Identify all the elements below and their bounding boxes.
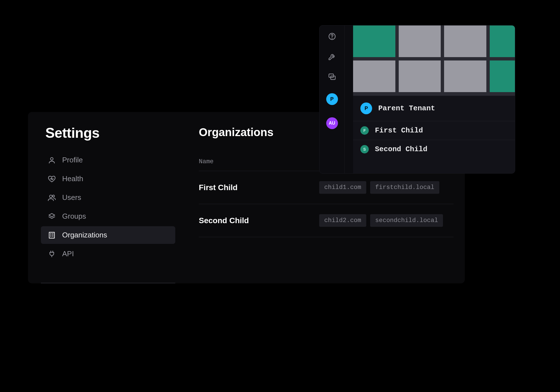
grid-cell (490, 60, 515, 92)
sidebar-item-label: Health (62, 174, 83, 183)
svg-point-1 (50, 195, 52, 197)
chat-icon[interactable] (327, 71, 337, 82)
building-icon (48, 231, 56, 239)
tenant-switcher-panel: P AU P Parent Tenant F First Child S Sec… (319, 25, 515, 174)
page-title: Settings (45, 125, 99, 141)
svg-point-2 (52, 195, 54, 197)
tenant-badge: S (360, 145, 369, 153)
domain-chip[interactable]: firstchild.local (370, 181, 439, 194)
tenant-item-second-child[interactable]: S Second Child (353, 140, 515, 158)
org-name: First Child (199, 183, 319, 192)
grid-cell (353, 60, 395, 92)
grid-cell (490, 25, 515, 57)
sidebar-item-users[interactable]: Users (41, 189, 175, 206)
tenant-label: Parent Tenant (378, 104, 435, 113)
dashboard-grid-preview (353, 25, 515, 95)
svg-point-5 (332, 38, 332, 38)
settings-nav: Profile Health Users Groups Organization (41, 151, 175, 263)
tenant-label: Second Child (375, 145, 427, 153)
tenant-menu: P Parent Tenant F First Child S Second C… (353, 95, 515, 173)
tenant-rail-badge[interactable]: P (326, 93, 338, 105)
grid-cell (444, 25, 486, 57)
grid-cell (353, 25, 395, 57)
sidebar-item-label: API (62, 249, 74, 258)
table-row[interactable]: Second Child child2.com secondchild.loca… (199, 204, 454, 237)
column-header-name: Name (199, 158, 319, 165)
sidebar-item-health[interactable]: Health (41, 170, 175, 188)
user-icon (48, 156, 56, 164)
tenant-badge: P (360, 102, 372, 114)
sidebar-item-label: Profile (62, 156, 83, 164)
layers-icon (48, 212, 56, 221)
users-icon (48, 193, 56, 202)
divider (41, 283, 175, 283)
grid-cell (399, 60, 441, 92)
tenant-badge: F (360, 126, 369, 135)
heart-icon (48, 175, 56, 183)
domain-chip[interactable]: child2.com (319, 214, 366, 227)
tenant-item-parent[interactable]: P Parent Tenant (353, 96, 515, 121)
svg-point-0 (50, 157, 53, 160)
wrench-icon[interactable] (327, 51, 337, 62)
popover-rail: P AU (319, 25, 345, 173)
user-rail-badge[interactable]: AU (326, 117, 338, 129)
tenant-label: First Child (375, 126, 423, 135)
sidebar-item-label: Groups (62, 212, 86, 221)
domain-list: child1.com firstchild.local (319, 181, 454, 194)
plug-icon (48, 250, 56, 258)
org-name: Second Child (199, 216, 319, 225)
sidebar-item-profile[interactable]: Profile (41, 151, 175, 169)
help-icon[interactable] (327, 31, 337, 42)
sidebar-item-organizations[interactable]: Organizations (41, 226, 175, 244)
domain-chip[interactable]: child1.com (319, 181, 366, 194)
svg-rect-3 (49, 232, 55, 238)
table-row[interactable]: First Child child1.com firstchild.local (199, 171, 454, 204)
grid-cell (399, 25, 441, 57)
sidebar-item-label: Users (62, 193, 81, 202)
sidebar-item-label: Organizations (62, 231, 107, 239)
sidebar-item-api[interactable]: API (41, 245, 175, 263)
grid-cell (444, 60, 486, 92)
domain-list: child2.com secondchild.local (319, 214, 454, 227)
sidebar-item-groups[interactable]: Groups (41, 207, 175, 225)
domain-chip[interactable]: secondchild.local (370, 214, 443, 227)
tenant-item-first-child[interactable]: F First Child (353, 121, 515, 140)
